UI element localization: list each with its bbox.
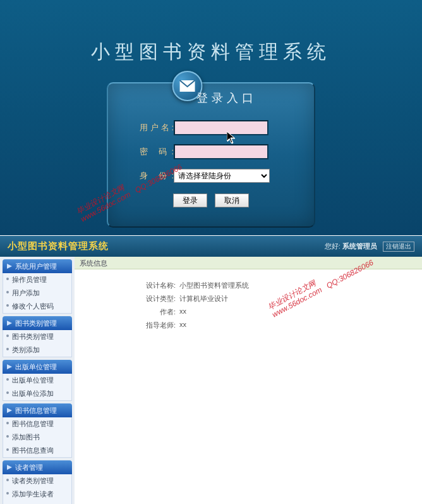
sidebar-item[interactable]: 读者类别管理 — [3, 474, 71, 488]
login-buttons: 登录 取消 — [108, 194, 314, 207]
menu-items: 读者类别管理添加学生读者学生读者管理添加教师读者教师读者管理 — [3, 474, 72, 504]
info-label: 作者: — [138, 307, 176, 317]
info-row-design-name: 设计名称: 小型图书资料管理系统 — [138, 281, 422, 290]
login-header-text: 登录入口 — [196, 90, 257, 106]
current-user: 系统管理员 — [342, 242, 377, 250]
role-select[interactable]: 请选择登陆身份 — [174, 169, 270, 183]
password-input[interactable] — [174, 144, 268, 159]
sidebar-item[interactable]: 出版单位添加 — [3, 387, 71, 400]
info-row-advisor: 指导老师: xx — [138, 321, 422, 330]
info-label: 设计名称: — [138, 281, 176, 290]
admin-header: 小型图书资料管理系统 您好: 系统管理员 注销退出 — [0, 235, 422, 257]
menu-section: 读者管理读者类别管理添加学生读者学生读者管理添加教师读者教师读者管理 — [3, 460, 72, 504]
menu-items: 图书类别管理类别添加 — [3, 330, 72, 357]
sidebar: 系统用户管理操作员管理用户添加修改个人密码图书类别管理图书类别管理类别添加出版单… — [0, 257, 75, 504]
menu-section: 系统用户管理操作员管理用户添加修改个人密码 — [3, 259, 72, 314]
admin-body: 系统用户管理操作员管理用户添加修改个人密码图书类别管理图书类别管理类别添加出版单… — [0, 257, 422, 504]
sidebar-item[interactable]: 图书信息查询 — [3, 444, 71, 457]
info-row-design-type: 设计类型: 计算机毕业设计 — [138, 294, 422, 304]
menu-header-text: 读者管理 — [15, 460, 43, 474]
role-label: 身 份: — [140, 170, 174, 181]
menu-header-text: 图书信息管理 — [15, 403, 57, 417]
info-label: 设计类型: — [138, 294, 176, 304]
info-value: xx — [179, 307, 186, 317]
username-input[interactable] — [174, 120, 268, 135]
logout-button[interactable]: 注销退出 — [383, 242, 414, 252]
breadcrumb: 系统信息 — [75, 257, 422, 269]
info-value: 计算机毕业设计 — [179, 294, 228, 304]
sidebar-item[interactable]: 添加学生读者 — [3, 488, 71, 501]
info-value: xx — [179, 321, 186, 330]
sidebar-item[interactable]: 用户添加 — [3, 286, 71, 300]
username-row: 用户名: — [140, 119, 295, 137]
menu-section: 出版单位管理出版单位管理出版单位添加 — [3, 360, 72, 401]
sidebar-item[interactable]: 图书信息管理 — [3, 417, 71, 431]
login-panel: 登录入口 用户名: 密 码: 身 份: 请选择登陆身份 登录 取消 — [107, 82, 315, 228]
menu-section: 图书类别管理图书类别管理类别添加 — [3, 316, 72, 357]
sidebar-item[interactable]: 操作员管理 — [3, 273, 71, 286]
menu-header[interactable]: 读者管理 — [3, 460, 72, 474]
login-screen: 小型图书资料管理系统 登录入口 用户名: 密 码: 身 份: 请选择登陆身份 登… — [0, 0, 422, 235]
menu-header-text: 系统用户管理 — [15, 259, 57, 273]
menu-items: 图书信息管理添加图书图书信息查询 — [3, 417, 72, 458]
menu-section: 图书信息管理图书信息管理添加图书图书信息查询 — [3, 403, 72, 458]
sidebar-item[interactable]: 修改个人密码 — [3, 300, 71, 313]
menu-header-text: 图书类别管理 — [15, 316, 57, 330]
menu-header[interactable]: 图书信息管理 — [3, 403, 72, 417]
menu-items: 出版单位管理出版单位添加 — [3, 374, 72, 401]
sidebar-item[interactable]: 图书类别管理 — [3, 330, 71, 343]
sidebar-item[interactable]: 添加图书 — [3, 431, 71, 444]
username-label: 用户名: — [140, 122, 174, 133]
info-value: 小型图书资料管理系统 — [179, 281, 249, 290]
login-header: 登录入口 — [108, 83, 314, 113]
cancel-button[interactable]: 取消 — [215, 194, 249, 207]
welcome-prefix: 您好: — [325, 242, 341, 250]
info-table: 设计名称: 小型图书资料管理系统 设计类型: 计算机毕业设计 作者: xx 指导… — [138, 281, 422, 330]
menu-header[interactable]: 图书类别管理 — [3, 316, 72, 330]
info-label: 指导老师: — [138, 321, 176, 330]
admin-title: 小型图书资料管理系统 — [8, 240, 109, 252]
password-row: 密 码: — [140, 143, 295, 161]
content-area: 系统信息 设计名称: 小型图书资料管理系统 设计类型: 计算机毕业设计 作者: … — [75, 257, 422, 504]
sidebar-item[interactable]: 学生读者管理 — [3, 501, 71, 504]
sidebar-item[interactable]: 类别添加 — [3, 343, 71, 357]
role-row: 身 份: 请选择登陆身份 — [140, 167, 295, 185]
sidebar-item[interactable]: 出版单位管理 — [3, 374, 71, 387]
password-label: 密 码: — [140, 146, 174, 157]
menu-header[interactable]: 出版单位管理 — [3, 360, 72, 374]
login-button[interactable]: 登录 — [173, 194, 207, 207]
info-row-author: 作者: xx — [138, 307, 422, 317]
menu-header-text: 出版单位管理 — [15, 360, 57, 374]
system-title: 小型图书资料管理系统 — [0, 39, 422, 65]
menu-header[interactable]: 系统用户管理 — [3, 259, 72, 273]
admin-user-block: 您好: 系统管理员 注销退出 — [325, 242, 414, 252]
menu-items: 操作员管理用户添加修改个人密码 — [3, 273, 72, 314]
